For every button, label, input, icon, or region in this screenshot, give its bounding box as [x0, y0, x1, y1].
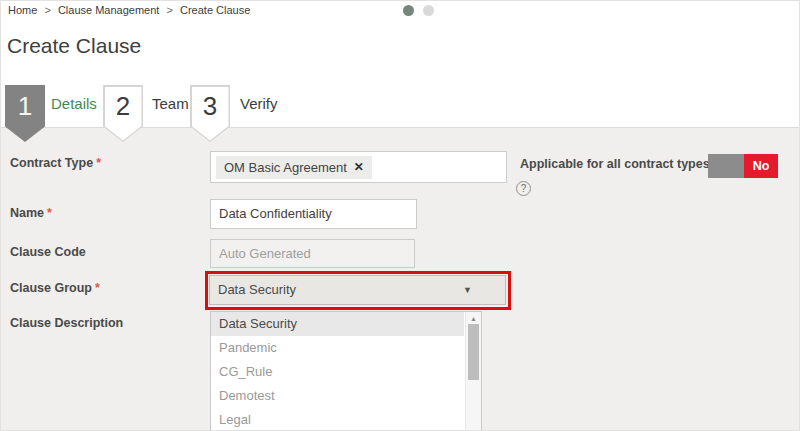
clause-group-label: Clause Group*: [10, 281, 100, 295]
required-asterisk: *: [95, 281, 100, 295]
breadcrumb: Home > Clause Management > Create Clause: [8, 4, 250, 16]
dropdown-option-data-security[interactable]: Data Security: [211, 312, 464, 336]
wizard-step-1-number: 1: [5, 85, 45, 127]
contract-type-label: Contract Type*: [10, 156, 101, 170]
wizard-step-3-number: 3: [190, 85, 230, 127]
dropdown-scrollbar[interactable]: ▲: [465, 312, 481, 431]
chevron-down-icon[interactable]: ▼: [463, 276, 472, 304]
clause-code-input: Auto Generated: [210, 239, 415, 268]
breadcrumb-create-clause: Create Clause: [180, 4, 250, 16]
carousel-dot-inactive[interactable]: [423, 5, 434, 16]
toggle-off-segment[interactable]: [708, 154, 744, 178]
contract-type-tag-label: OM Basic Agreement: [224, 160, 347, 175]
breadcrumb-separator: >: [166, 4, 172, 16]
breadcrumb-home[interactable]: Home: [8, 4, 37, 16]
clause-code-label: Clause Code: [10, 245, 86, 259]
scrollbar-thumb[interactable]: [468, 324, 479, 380]
page-title: Create Clause: [7, 34, 141, 58]
clause-group-value: Data Security: [218, 282, 296, 297]
name-input[interactable]: Data Confidentiality: [210, 199, 417, 229]
wizard-step-3-label: Verify: [240, 95, 278, 112]
wizard-step-2-label: Team: [152, 95, 189, 112]
dropdown-option-pandemic[interactable]: Pandemic: [211, 336, 464, 360]
required-asterisk: *: [47, 206, 52, 220]
toggle-no-segment[interactable]: No: [744, 154, 778, 178]
required-asterisk: *: [96, 156, 101, 170]
remove-tag-icon[interactable]: ✕: [354, 160, 364, 174]
applicable-all-label: Applicable for all contract types: [520, 157, 710, 171]
breadcrumb-clause-management[interactable]: Clause Management: [58, 4, 160, 16]
wizard-step-1-label: Details: [51, 95, 97, 112]
applicable-toggle[interactable]: No: [708, 154, 778, 178]
wizard-step-2-number: 2: [103, 85, 143, 127]
carousel-dots: [403, 5, 434, 16]
clause-description-label: Clause Description: [10, 316, 123, 330]
carousel-dot-active[interactable]: [403, 5, 414, 16]
dropdown-option-cg-rule[interactable]: CG_Rule: [211, 360, 464, 384]
contract-type-tag: OM Basic Agreement ✕: [216, 156, 372, 179]
name-label: Name*: [10, 206, 52, 220]
clause-group-select[interactable]: Data Security ▼: [209, 275, 506, 305]
clause-group-dropdown-list: Data Security Pandemic CG_Rule Demotest …: [210, 311, 482, 431]
contract-type-input[interactable]: OM Basic Agreement ✕: [210, 151, 507, 183]
breadcrumb-separator: >: [44, 4, 50, 16]
dropdown-option-legal[interactable]: Legal: [211, 408, 464, 431]
dropdown-option-demotest[interactable]: Demotest: [211, 384, 464, 408]
help-icon[interactable]: ?: [516, 181, 531, 196]
